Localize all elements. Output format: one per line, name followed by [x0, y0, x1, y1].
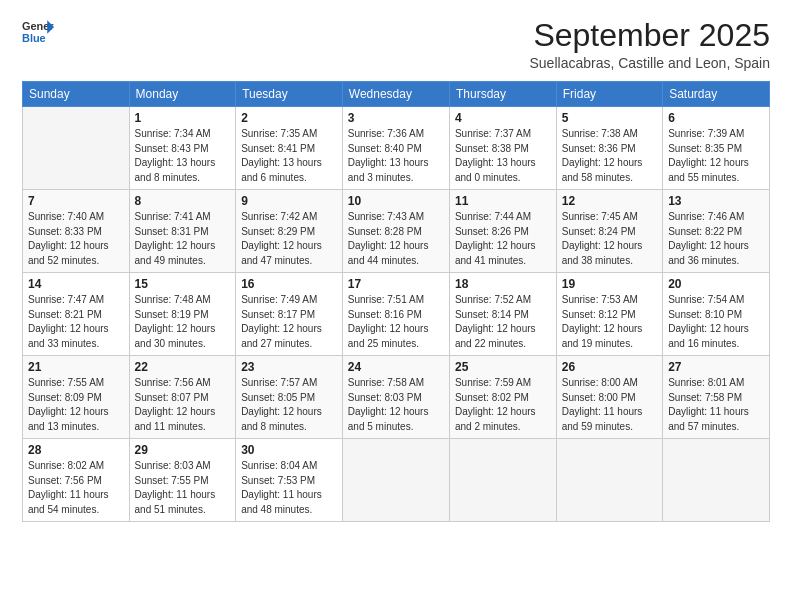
- calendar-cell: 11Sunrise: 7:44 AM Sunset: 8:26 PM Dayli…: [449, 190, 556, 273]
- calendar-table: SundayMondayTuesdayWednesdayThursdayFrid…: [22, 81, 770, 522]
- day-number: 15: [135, 277, 231, 291]
- day-info: Sunrise: 7:59 AM Sunset: 8:02 PM Dayligh…: [455, 376, 551, 434]
- day-info: Sunrise: 7:55 AM Sunset: 8:09 PM Dayligh…: [28, 376, 124, 434]
- calendar-cell: 2Sunrise: 7:35 AM Sunset: 8:41 PM Daylig…: [236, 107, 343, 190]
- day-number: 18: [455, 277, 551, 291]
- calendar-cell: [449, 439, 556, 522]
- calendar-cell: 1Sunrise: 7:34 AM Sunset: 8:43 PM Daylig…: [129, 107, 236, 190]
- day-info: Sunrise: 7:37 AM Sunset: 8:38 PM Dayligh…: [455, 127, 551, 185]
- day-number: 21: [28, 360, 124, 374]
- day-number: 17: [348, 277, 444, 291]
- day-info: Sunrise: 7:51 AM Sunset: 8:16 PM Dayligh…: [348, 293, 444, 351]
- day-info: Sunrise: 7:47 AM Sunset: 8:21 PM Dayligh…: [28, 293, 124, 351]
- day-info: Sunrise: 8:00 AM Sunset: 8:00 PM Dayligh…: [562, 376, 657, 434]
- day-number: 29: [135, 443, 231, 457]
- day-info: Sunrise: 7:39 AM Sunset: 8:35 PM Dayligh…: [668, 127, 764, 185]
- day-info: Sunrise: 8:04 AM Sunset: 7:53 PM Dayligh…: [241, 459, 337, 517]
- day-info: Sunrise: 7:41 AM Sunset: 8:31 PM Dayligh…: [135, 210, 231, 268]
- day-info: Sunrise: 7:58 AM Sunset: 8:03 PM Dayligh…: [348, 376, 444, 434]
- day-info: Sunrise: 7:45 AM Sunset: 8:24 PM Dayligh…: [562, 210, 657, 268]
- weekday-header-friday: Friday: [556, 82, 662, 107]
- weekday-header-saturday: Saturday: [663, 82, 770, 107]
- day-info: Sunrise: 7:35 AM Sunset: 8:41 PM Dayligh…: [241, 127, 337, 185]
- calendar-cell: 20Sunrise: 7:54 AM Sunset: 8:10 PM Dayli…: [663, 273, 770, 356]
- calendar-cell: [342, 439, 449, 522]
- day-info: Sunrise: 7:34 AM Sunset: 8:43 PM Dayligh…: [135, 127, 231, 185]
- day-number: 28: [28, 443, 124, 457]
- day-info: Sunrise: 7:53 AM Sunset: 8:12 PM Dayligh…: [562, 293, 657, 351]
- logo: General Blue: [22, 18, 54, 46]
- calendar-cell: 16Sunrise: 7:49 AM Sunset: 8:17 PM Dayli…: [236, 273, 343, 356]
- calendar-cell: 23Sunrise: 7:57 AM Sunset: 8:05 PM Dayli…: [236, 356, 343, 439]
- calendar-cell: 12Sunrise: 7:45 AM Sunset: 8:24 PM Dayli…: [556, 190, 662, 273]
- calendar-cell: [663, 439, 770, 522]
- calendar-cell: 30Sunrise: 8:04 AM Sunset: 7:53 PM Dayli…: [236, 439, 343, 522]
- day-number: 4: [455, 111, 551, 125]
- day-info: Sunrise: 7:36 AM Sunset: 8:40 PM Dayligh…: [348, 127, 444, 185]
- calendar-cell: 14Sunrise: 7:47 AM Sunset: 8:21 PM Dayli…: [23, 273, 130, 356]
- calendar-cell: 27Sunrise: 8:01 AM Sunset: 7:58 PM Dayli…: [663, 356, 770, 439]
- day-number: 14: [28, 277, 124, 291]
- month-title: September 2025: [530, 18, 771, 53]
- calendar-cell: 9Sunrise: 7:42 AM Sunset: 8:29 PM Daylig…: [236, 190, 343, 273]
- day-info: Sunrise: 7:49 AM Sunset: 8:17 PM Dayligh…: [241, 293, 337, 351]
- day-number: 19: [562, 277, 657, 291]
- calendar-cell: 10Sunrise: 7:43 AM Sunset: 8:28 PM Dayli…: [342, 190, 449, 273]
- calendar-cell: 7Sunrise: 7:40 AM Sunset: 8:33 PM Daylig…: [23, 190, 130, 273]
- calendar-cell: 22Sunrise: 7:56 AM Sunset: 8:07 PM Dayli…: [129, 356, 236, 439]
- calendar-cell: 18Sunrise: 7:52 AM Sunset: 8:14 PM Dayli…: [449, 273, 556, 356]
- weekday-header-wednesday: Wednesday: [342, 82, 449, 107]
- day-info: Sunrise: 7:38 AM Sunset: 8:36 PM Dayligh…: [562, 127, 657, 185]
- day-info: Sunrise: 7:52 AM Sunset: 8:14 PM Dayligh…: [455, 293, 551, 351]
- calendar-cell: 24Sunrise: 7:58 AM Sunset: 8:03 PM Dayli…: [342, 356, 449, 439]
- day-info: Sunrise: 7:46 AM Sunset: 8:22 PM Dayligh…: [668, 210, 764, 268]
- calendar-cell: 3Sunrise: 7:36 AM Sunset: 8:40 PM Daylig…: [342, 107, 449, 190]
- day-info: Sunrise: 7:48 AM Sunset: 8:19 PM Dayligh…: [135, 293, 231, 351]
- location-subtitle: Suellacabras, Castille and Leon, Spain: [530, 55, 771, 71]
- day-info: Sunrise: 7:40 AM Sunset: 8:33 PM Dayligh…: [28, 210, 124, 268]
- day-info: Sunrise: 7:44 AM Sunset: 8:26 PM Dayligh…: [455, 210, 551, 268]
- day-number: 20: [668, 277, 764, 291]
- day-number: 24: [348, 360, 444, 374]
- calendar-cell: 21Sunrise: 7:55 AM Sunset: 8:09 PM Dayli…: [23, 356, 130, 439]
- calendar-cell: 8Sunrise: 7:41 AM Sunset: 8:31 PM Daylig…: [129, 190, 236, 273]
- day-number: 30: [241, 443, 337, 457]
- day-number: 5: [562, 111, 657, 125]
- calendar-cell: 13Sunrise: 7:46 AM Sunset: 8:22 PM Dayli…: [663, 190, 770, 273]
- day-number: 25: [455, 360, 551, 374]
- day-number: 10: [348, 194, 444, 208]
- day-number: 7: [28, 194, 124, 208]
- calendar-cell: 25Sunrise: 7:59 AM Sunset: 8:02 PM Dayli…: [449, 356, 556, 439]
- svg-text:Blue: Blue: [22, 32, 46, 44]
- calendar-cell: [23, 107, 130, 190]
- calendar-cell: 5Sunrise: 7:38 AM Sunset: 8:36 PM Daylig…: [556, 107, 662, 190]
- day-number: 22: [135, 360, 231, 374]
- day-info: Sunrise: 8:03 AM Sunset: 7:55 PM Dayligh…: [135, 459, 231, 517]
- title-block: September 2025 Suellacabras, Castille an…: [530, 18, 771, 71]
- day-number: 1: [135, 111, 231, 125]
- weekday-header-sunday: Sunday: [23, 82, 130, 107]
- day-info: Sunrise: 8:02 AM Sunset: 7:56 PM Dayligh…: [28, 459, 124, 517]
- day-number: 16: [241, 277, 337, 291]
- calendar-cell: 19Sunrise: 7:53 AM Sunset: 8:12 PM Dayli…: [556, 273, 662, 356]
- calendar-cell: 17Sunrise: 7:51 AM Sunset: 8:16 PM Dayli…: [342, 273, 449, 356]
- calendar-cell: 4Sunrise: 7:37 AM Sunset: 8:38 PM Daylig…: [449, 107, 556, 190]
- calendar-cell: 6Sunrise: 7:39 AM Sunset: 8:35 PM Daylig…: [663, 107, 770, 190]
- calendar-cell: [556, 439, 662, 522]
- day-number: 2: [241, 111, 337, 125]
- calendar-cell: 29Sunrise: 8:03 AM Sunset: 7:55 PM Dayli…: [129, 439, 236, 522]
- calendar-cell: 26Sunrise: 8:00 AM Sunset: 8:00 PM Dayli…: [556, 356, 662, 439]
- day-info: Sunrise: 7:42 AM Sunset: 8:29 PM Dayligh…: [241, 210, 337, 268]
- day-number: 8: [135, 194, 231, 208]
- weekday-header-thursday: Thursday: [449, 82, 556, 107]
- day-number: 26: [562, 360, 657, 374]
- weekday-header-tuesday: Tuesday: [236, 82, 343, 107]
- day-info: Sunrise: 7:54 AM Sunset: 8:10 PM Dayligh…: [668, 293, 764, 351]
- day-number: 9: [241, 194, 337, 208]
- calendar-cell: 15Sunrise: 7:48 AM Sunset: 8:19 PM Dayli…: [129, 273, 236, 356]
- day-number: 6: [668, 111, 764, 125]
- day-info: Sunrise: 7:43 AM Sunset: 8:28 PM Dayligh…: [348, 210, 444, 268]
- day-number: 13: [668, 194, 764, 208]
- day-info: Sunrise: 7:56 AM Sunset: 8:07 PM Dayligh…: [135, 376, 231, 434]
- day-number: 23: [241, 360, 337, 374]
